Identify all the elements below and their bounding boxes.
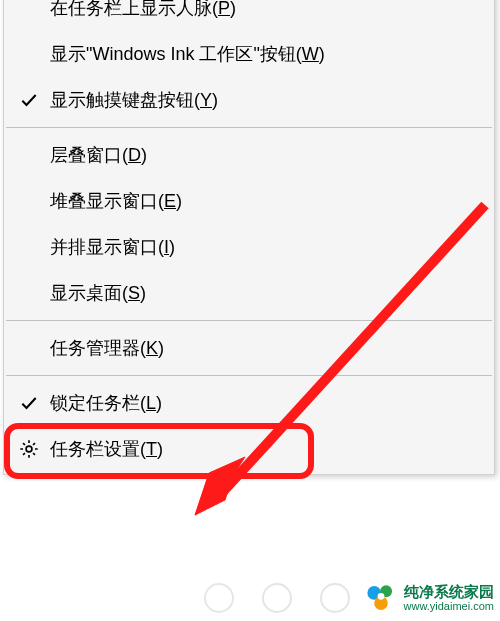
faint-icon bbox=[204, 583, 234, 613]
menu-separator bbox=[6, 320, 492, 321]
menu-separator bbox=[6, 375, 492, 376]
menu-item-ink-workspace[interactable]: 显示"Windows Ink 工作区"按钮(W) bbox=[4, 31, 494, 77]
menu-label: 层叠窗口(D) bbox=[50, 143, 494, 167]
menu-item-task-manager[interactable]: 任务管理器(K) bbox=[4, 325, 494, 371]
svg-point-7 bbox=[377, 593, 384, 600]
taskbar-context-menu: 在任务栏上显示人脉(P) 显示"Windows Ink 工作区"按钮(W) 显示… bbox=[3, 0, 495, 475]
menu-item-touch-keyboard[interactable]: 显示触摸键盘按钮(Y) bbox=[4, 77, 494, 123]
check-icon bbox=[8, 393, 50, 413]
menu-item-people[interactable]: 在任务栏上显示人脉(P) bbox=[4, 0, 494, 31]
menu-label: 锁定任务栏(L) bbox=[50, 391, 494, 415]
menu-label: 显示"Windows Ink 工作区"按钮(W) bbox=[50, 42, 494, 66]
menu-item-taskbar-settings[interactable]: 任务栏设置(T) bbox=[4, 426, 494, 472]
menu-label: 任务栏设置(T) bbox=[50, 437, 494, 461]
menu-item-show-desktop[interactable]: 显示桌面(S) bbox=[4, 270, 494, 316]
gear-icon bbox=[8, 438, 50, 460]
taskbar-faint-icons bbox=[204, 583, 350, 613]
menu-separator bbox=[6, 127, 492, 128]
menu-item-side-by-side[interactable]: 并排显示窗口(I) bbox=[4, 224, 494, 270]
menu-label: 显示触摸键盘按钮(Y) bbox=[50, 88, 494, 112]
menu-item-stacked[interactable]: 堆叠显示窗口(E) bbox=[4, 178, 494, 224]
svg-point-0 bbox=[26, 446, 32, 452]
watermark-title: 纯净系统家园 bbox=[404, 584, 494, 601]
watermark: 纯净系统家园 www.yidaimei.com bbox=[364, 581, 494, 615]
menu-label: 任务管理器(K) bbox=[50, 336, 494, 360]
watermark-url: www.yidaimei.com bbox=[404, 600, 494, 612]
watermark-logo-icon bbox=[364, 581, 398, 615]
menu-item-lock-taskbar[interactable]: 锁定任务栏(L) bbox=[4, 380, 494, 426]
menu-label: 堆叠显示窗口(E) bbox=[50, 189, 494, 213]
menu-item-cascade[interactable]: 层叠窗口(D) bbox=[4, 132, 494, 178]
check-icon bbox=[8, 90, 50, 110]
faint-icon bbox=[262, 583, 292, 613]
menu-label: 显示桌面(S) bbox=[50, 281, 494, 305]
menu-label: 并排显示窗口(I) bbox=[50, 235, 494, 259]
faint-icon bbox=[320, 583, 350, 613]
menu-label: 在任务栏上显示人脉(P) bbox=[50, 0, 494, 20]
